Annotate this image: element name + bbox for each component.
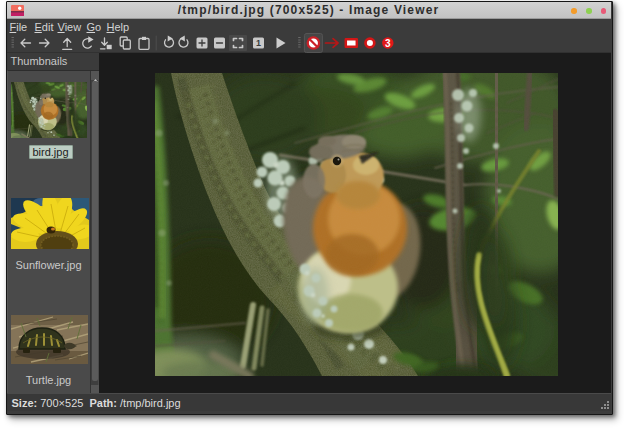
svg-text:1: 1 <box>256 38 261 48</box>
svg-text:3: 3 <box>385 37 391 48</box>
